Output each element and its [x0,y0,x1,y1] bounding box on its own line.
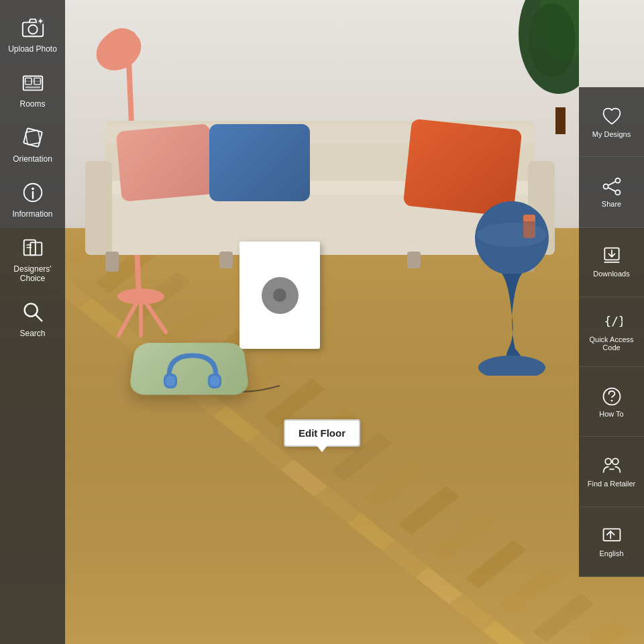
svg-rect-69 [210,376,219,386]
svg-point-82 [32,187,34,190]
svg-point-102 [612,458,618,464]
how-to-label: How To [599,410,623,418]
scene [65,0,579,644]
search-label: Search [19,329,45,338]
english-button[interactable]: English [579,507,644,577]
pink-pillow [116,123,216,202]
downloads-label: Downloads [593,270,629,278]
svg-point-62 [477,223,547,247]
headphones [162,352,223,392]
svg-point-65 [478,356,545,376]
my-designs-button[interactable]: My Designs [579,87,644,157]
share-button[interactable]: Share [579,157,644,227]
orientation-label: Orientation [13,154,52,164]
designers-choice-label: Designers' Choice [5,264,60,283]
svg-point-92 [615,190,620,195]
svg-rect-57 [105,252,119,272]
svg-rect-64 [523,215,535,221]
plant-decoration [498,0,579,134]
svg-line-93 [608,182,615,185]
white-album [239,241,320,349]
find-a-retailer-button[interactable]: Find a Retailer [579,437,644,506]
orientation-button[interactable]: Orientation [0,117,65,172]
rooms-icon [20,70,46,95]
svg-rect-55 [85,161,112,255]
coffee-table [468,201,555,378]
svg-point-100 [610,400,612,402]
rooms-button[interactable]: Rooms [0,62,65,117]
svg-rect-104 [603,529,620,541]
info-icon [20,180,46,205]
heart-icon [601,106,623,127]
find-a-retailer-label: Find a Retailer [588,480,636,488]
rooms-label: Rooms [19,99,45,109]
svg-point-101 [605,458,611,464]
upload-photo-label: Upload Photo [8,44,57,54]
blue-pillow [209,124,310,201]
svg-point-71 [28,25,37,34]
left-sidebar: Upload Photo Rooms Orientation Informati… [0,0,65,644]
designers-choice-button[interactable]: Designers' Choice [0,227,65,291]
share-icon [601,176,623,197]
quick-access-code-label: Quick Access Code [584,335,639,352]
orientation-icon [20,125,46,150]
svg-line-89 [35,315,42,321]
edit-floor-button[interactable]: Edit Floor [284,419,360,447]
svg-point-43 [529,3,576,77]
language-icon [601,525,623,547]
my-designs-label: My Designs [592,130,631,138]
right-sidebar: My Designs Share Downloads {/} Quick Acc… [579,87,644,577]
information-button[interactable]: Information [0,172,65,227]
svg-rect-80 [25,130,40,145]
svg-rect-68 [166,376,175,386]
downloads-button[interactable]: Downloads [579,227,644,297]
svg-line-94 [608,188,615,191]
svg-point-91 [603,184,608,189]
svg-rect-44 [555,107,566,134]
search-button[interactable]: Search [0,291,65,346]
question-icon [601,386,623,407]
search-icon [20,299,46,325]
quick-access-code-button[interactable]: {/} Quick Access Code [579,297,644,367]
designers-choice-icon [20,235,46,260]
svg-rect-60 [407,252,421,268]
svg-text:{/}: {/} [604,315,623,329]
svg-rect-78 [25,87,40,89]
information-label: Information [12,209,52,219]
how-to-button[interactable]: How To [579,367,644,437]
upload-photo-button[interactable]: Upload Photo [0,7,65,62]
code-icon: {/} [601,311,623,333]
english-label: English [599,549,623,557]
svg-rect-59 [219,252,233,268]
camera-plus-icon [20,15,46,40]
svg-point-90 [615,178,620,182]
download-icon [601,246,623,267]
share-label: Share [602,200,621,208]
retailer-icon [601,455,623,477]
